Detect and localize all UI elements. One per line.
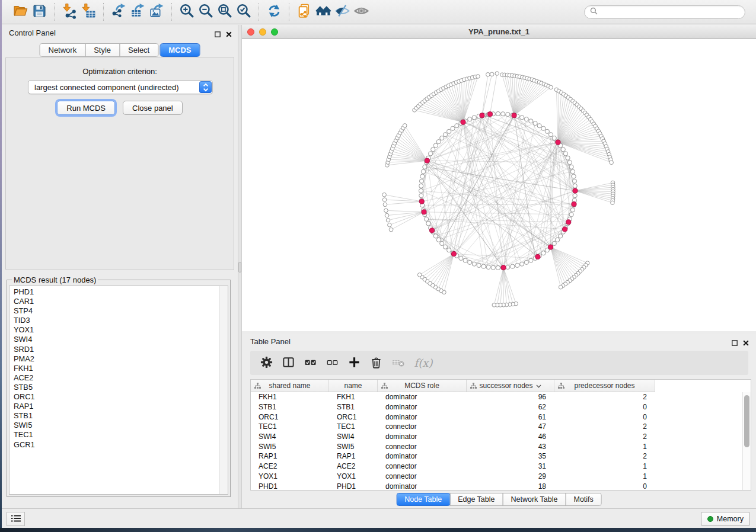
network-node[interactable]	[533, 121, 537, 125]
network-node[interactable]	[383, 203, 387, 207]
network-node[interactable]	[563, 152, 567, 156]
delete-row-button[interactable]	[367, 354, 385, 372]
network-node[interactable]	[382, 193, 387, 197]
mcds-result-node[interactable]: SWI4	[14, 335, 219, 344]
network-node[interactable]	[569, 213, 573, 217]
tab-network-table[interactable]: Network Table	[503, 493, 566, 506]
network-node[interactable]	[384, 209, 388, 213]
float-table-panel-icon[interactable]	[732, 338, 738, 348]
network-node[interactable]	[495, 72, 499, 76]
table-row[interactable]: YOX1YOX1connector291	[251, 472, 742, 482]
network-node[interactable]	[388, 223, 392, 227]
network-node[interactable]	[492, 303, 496, 307]
network-node[interactable]	[566, 156, 570, 160]
network-node[interactable]	[459, 256, 463, 260]
network-node[interactable]	[423, 165, 427, 169]
network-node[interactable]	[535, 254, 540, 259]
network-node[interactable]	[548, 245, 553, 249]
zoom-fit-button[interactable]	[215, 3, 234, 21]
network-node[interactable]	[572, 201, 576, 206]
table-row[interactable]: STB1STB1dominator620	[251, 402, 742, 412]
network-node[interactable]	[472, 262, 476, 266]
network-node[interactable]	[562, 227, 567, 232]
network-node[interactable]	[447, 248, 451, 252]
network-node[interactable]	[422, 210, 426, 214]
export-image-button[interactable]	[147, 3, 166, 21]
network-node[interactable]	[511, 264, 515, 268]
table-scrollbar[interactable]	[742, 392, 751, 490]
tab-motifs[interactable]: Motifs	[565, 493, 601, 506]
memory-button[interactable]: Memory	[701, 512, 750, 526]
show-panels-button[interactable]	[7, 512, 25, 526]
tab-edge-table[interactable]: Edge Table	[449, 493, 503, 506]
network-node[interactable]	[419, 194, 423, 198]
network-node[interactable]	[552, 241, 556, 245]
network-node[interactable]	[486, 265, 490, 269]
network-node[interactable]	[572, 179, 576, 183]
network-node[interactable]	[490, 72, 494, 76]
mcds-result-node[interactable]: GCR1	[14, 440, 219, 450]
run-mcds-button[interactable]: Run MCDS	[57, 101, 115, 115]
home-view-button[interactable]	[314, 3, 333, 21]
network-node[interactable]	[419, 199, 424, 204]
network-node[interactable]	[529, 119, 533, 123]
export-network-button[interactable]	[109, 3, 128, 21]
mcds-result-node[interactable]: ORC1	[14, 392, 219, 402]
network-node[interactable]	[451, 251, 456, 256]
network-node[interactable]	[436, 140, 441, 144]
criterion-dropdown[interactable]: largest connected component (undirected)	[28, 80, 213, 94]
zoom-in-button[interactable]	[177, 3, 196, 21]
export-table-button[interactable]	[128, 3, 147, 21]
network-node[interactable]	[425, 217, 429, 221]
network-node[interactable]	[556, 238, 560, 242]
network-node[interactable]	[491, 265, 495, 270]
add-column-button[interactable]	[345, 354, 363, 372]
network-node[interactable]	[506, 112, 510, 116]
network-node[interactable]	[529, 258, 533, 262]
network-node[interactable]	[496, 111, 500, 116]
network-node[interactable]	[520, 116, 524, 120]
network-node[interactable]	[567, 161, 572, 165]
table-row[interactable]: SWI4SWI4dominator462	[251, 432, 742, 442]
mcds-result-node[interactable]: SWI5	[14, 421, 219, 430]
network-node[interactable]	[481, 264, 486, 268]
network-node[interactable]	[501, 112, 505, 116]
network-node[interactable]	[436, 238, 441, 242]
hide-graphics-button[interactable]	[352, 3, 371, 21]
network-node[interactable]	[496, 265, 500, 270]
zoom-selected-button[interactable]	[234, 3, 253, 21]
network-node[interactable]	[524, 260, 528, 264]
network-node[interactable]	[426, 222, 430, 226]
mcds-result-node[interactable]: STP4	[14, 306, 219, 316]
network-node[interactable]	[447, 129, 451, 133]
network-node[interactable]	[389, 227, 393, 232]
network-node[interactable]	[468, 260, 472, 264]
network-node[interactable]	[468, 117, 472, 121]
network-node[interactable]	[420, 174, 425, 178]
select-all-button[interactable]	[301, 354, 319, 372]
column-header-successor-nodes[interactable]: successor nodes	[467, 380, 554, 392]
network-node[interactable]	[433, 234, 438, 238]
network-node[interactable]	[570, 208, 575, 212]
network-node[interactable]	[561, 148, 565, 152]
tab-network[interactable]: Network	[39, 43, 85, 57]
table-row[interactable]: TEC1TEC1connector472	[251, 422, 742, 432]
network-node[interactable]	[610, 161, 614, 165]
network-node[interactable]	[545, 129, 549, 133]
network-node[interactable]	[440, 241, 444, 245]
network-node[interactable]	[552, 136, 556, 140]
network-node[interactable]	[512, 113, 516, 118]
network-node[interactable]	[443, 245, 447, 249]
mcds-result-node[interactable]: PHD1	[14, 287, 219, 297]
network-node[interactable]	[461, 120, 465, 124]
network-node[interactable]	[487, 112, 492, 117]
network-node[interactable]	[431, 148, 435, 152]
open-file-button[interactable]	[11, 3, 30, 21]
network-node[interactable]	[537, 124, 541, 128]
mcds-result-node[interactable]: STB1	[14, 411, 219, 421]
network-node[interactable]	[433, 143, 438, 148]
zoom-out-button[interactable]	[196, 3, 215, 21]
network-node[interactable]	[451, 126, 455, 130]
network-node[interactable]	[506, 265, 510, 269]
search-input[interactable]	[601, 7, 745, 17]
